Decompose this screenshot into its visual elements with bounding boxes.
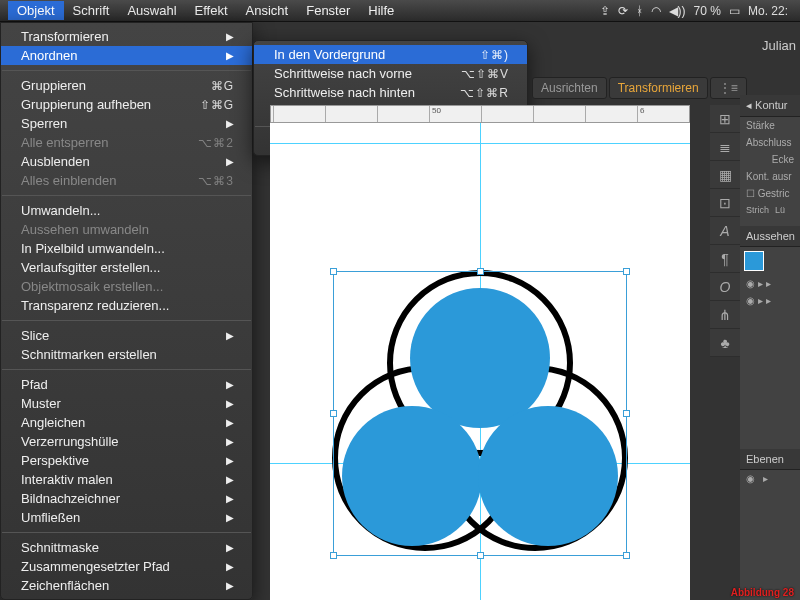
menu-ansicht[interactable]: Ansicht (237, 1, 298, 20)
battery-icon[interactable]: ▭ (729, 4, 740, 18)
handle-sw[interactable] (330, 552, 337, 559)
ruler-horizontal: 50 6 (270, 105, 690, 123)
menu-item-gruppierung-aufheben[interactable]: Gruppierung aufheben⇧⌘G (1, 95, 252, 114)
menu-auswahl[interactable]: Auswahl (118, 1, 185, 20)
menu-schrift[interactable]: Schrift (64, 1, 119, 20)
menu-item-umflie-en[interactable]: Umfließen▶ (1, 508, 252, 527)
submenu-arrow-icon: ▶ (226, 156, 234, 167)
submenu-arrow-icon: ▶ (226, 512, 234, 523)
submenu-item-schrittweise-nach-vorne[interactable]: Schrittweise nach vorne⌥⇧⌘V (254, 64, 527, 83)
objekt-dropdown: Transformieren▶Anordnen▶Gruppieren⌘GGrup… (0, 22, 253, 600)
panel-icon-strip: ⊞ ≣ ▦ ⊡ A ¶ O ⋔ ♣ (710, 105, 740, 357)
panel-kontur[interactable]: ◂ Kontur (740, 95, 800, 117)
volume-icon[interactable]: ◀)) (669, 4, 686, 18)
transform-button[interactable]: Transformieren (609, 77, 708, 99)
submenu-item-in-den-vordergrund[interactable]: In den Vordergrund⇧⌘) (254, 45, 527, 64)
panel-icon-4[interactable]: ⊡ (710, 189, 740, 217)
panel-icon-7[interactable]: O (710, 273, 740, 301)
handle-ne[interactable] (623, 268, 630, 275)
fill-swatch[interactable] (744, 251, 764, 271)
submenu-arrow-icon: ▶ (226, 474, 234, 485)
menu-item-anordnen[interactable]: Anordnen▶ (1, 46, 252, 65)
submenu-arrow-icon: ▶ (226, 580, 234, 591)
menu-item-schnittmaske[interactable]: Schnittmaske▶ (1, 538, 252, 557)
menu-item-gruppieren[interactable]: Gruppieren⌘G (1, 76, 252, 95)
submenu-item-schrittweise-nach-hinten[interactable]: Schrittweise nach hinten⌥⇧⌘R (254, 83, 527, 102)
panel-ebenen[interactable]: Ebenen (740, 449, 800, 470)
label-ecke: Ecke (740, 151, 800, 168)
submenu-arrow-icon: ▶ (226, 118, 234, 129)
label-kont-ausr: Kont. ausr (740, 168, 800, 185)
menu-item-perspektive[interactable]: Perspektive▶ (1, 451, 252, 470)
type-icon[interactable]: A (710, 217, 740, 245)
menu-item-objektmosaik-erstellen-: Objektmosaik erstellen... (1, 277, 252, 296)
handle-w[interactable] (330, 410, 337, 417)
handle-se[interactable] (623, 552, 630, 559)
bluetooth-icon[interactable]: ᚼ (636, 4, 643, 18)
panel-icon-8[interactable]: ⋔ (710, 301, 740, 329)
menu-item-pfad[interactable]: Pfad▶ (1, 375, 252, 394)
menu-item-in-pixelbild-umwandeln-[interactable]: In Pixelbild umwandeln... (1, 239, 252, 258)
menu-item-aussehen-umwandeln: Aussehen umwandeln (1, 220, 252, 239)
appearance-row-2[interactable]: ◉ ▸ ▸ (740, 292, 800, 309)
secondary-toolbar: Ausrichten Transformieren ⋮≡ (532, 77, 747, 99)
menu-item-muster[interactable]: Muster▶ (1, 394, 252, 413)
label-staerke: Stärke (740, 117, 800, 134)
menu-item-schnittmarken-erstellen[interactable]: Schnittmarken erstellen (1, 345, 252, 364)
menu-item-angleichen[interactable]: Angleichen▶ (1, 413, 252, 432)
grid-icon[interactable]: ⊞ (710, 105, 740, 133)
selection-box[interactable] (333, 271, 627, 556)
menu-item-interaktiv-malen[interactable]: Interaktiv malen▶ (1, 470, 252, 489)
submenu-arrow-icon: ▶ (226, 455, 234, 466)
submenu-arrow-icon: ▶ (226, 436, 234, 447)
menu-fenster[interactable]: Fenster (297, 1, 359, 20)
menu-item-zeichenfl-chen[interactable]: Zeichenflächen▶ (1, 576, 252, 595)
submenu-arrow-icon: ▶ (226, 50, 234, 61)
handle-s[interactable] (477, 552, 484, 559)
submenu-arrow-icon: ▶ (226, 398, 234, 409)
handle-e[interactable] (623, 410, 630, 417)
dash-labels: StrichLü (740, 202, 800, 218)
panel-icon-9[interactable]: ♣ (710, 329, 740, 357)
wifi-icon[interactable]: ◠ (651, 4, 661, 18)
appearance-row-1[interactable]: ◉ ▸ ▸ (740, 275, 800, 292)
guide-horizontal-1[interactable] (270, 143, 690, 144)
submenu-arrow-icon: ▶ (226, 542, 234, 553)
menu-item-zusammengesetzter-pfad[interactable]: Zusammengesetzter Pfad▶ (1, 557, 252, 576)
handle-n[interactable] (477, 268, 484, 275)
panel-icon-6[interactable]: ¶ (710, 245, 740, 273)
figure-caption: Abbildung 28 (731, 587, 794, 598)
submenu-arrow-icon: ▶ (226, 417, 234, 428)
menu-hilfe[interactable]: Hilfe (359, 1, 403, 20)
submenu-arrow-icon: ▶ (226, 561, 234, 572)
menu-item-transformieren[interactable]: Transformieren▶ (1, 27, 252, 46)
submenu-arrow-icon: ▶ (226, 330, 234, 341)
align-button[interactable]: Ausrichten (532, 77, 607, 99)
menu-item-transparenz-reduzieren-[interactable]: Transparenz reduzieren... (1, 296, 252, 315)
checkbox-gestrichelt[interactable]: ☐ Gestric (740, 185, 800, 202)
right-panels: ◂ Kontur Stärke Abschluss Ecke Kont. aus… (740, 95, 800, 600)
menu-item-verlaufsgitter-erstellen-[interactable]: Verlaufsgitter erstellen... (1, 258, 252, 277)
menu-item-bildnachzeichner[interactable]: Bildnachzeichner▶ (1, 489, 252, 508)
menubar: Objekt Schrift Auswahl Effekt Ansicht Fe… (0, 0, 800, 22)
menu-item-verzerrungsh-lle[interactable]: Verzerrungshülle▶ (1, 432, 252, 451)
battery-percent: 70 % (694, 4, 721, 18)
menu-item-umwandeln-[interactable]: Umwandeln... (1, 201, 252, 220)
menu-objekt[interactable]: Objekt (8, 1, 64, 20)
menu-item-slice[interactable]: Slice▶ (1, 326, 252, 345)
dropbox-icon[interactable]: ⇪ (600, 4, 610, 18)
clock[interactable]: Mo. 22: (748, 4, 788, 18)
submenu-arrow-icon: ▶ (226, 493, 234, 504)
panel-icon-2[interactable]: ≣ (710, 133, 740, 161)
panel-icon-3[interactable]: ▦ (710, 161, 740, 189)
label-abschluss: Abschluss (740, 134, 800, 151)
sync-icon[interactable]: ⟳ (618, 4, 628, 18)
canvas[interactable] (270, 123, 690, 600)
handle-nw[interactable] (330, 268, 337, 275)
layer-row[interactable]: ◉ ▸ (740, 470, 800, 487)
menu-item-alle-entsperren: Alle entsperren⌥⌘2 (1, 133, 252, 152)
menu-effekt[interactable]: Effekt (186, 1, 237, 20)
panel-aussehen[interactable]: Aussehen (740, 226, 800, 247)
menu-item-sperren[interactable]: Sperren▶ (1, 114, 252, 133)
menu-item-ausblenden[interactable]: Ausblenden▶ (1, 152, 252, 171)
